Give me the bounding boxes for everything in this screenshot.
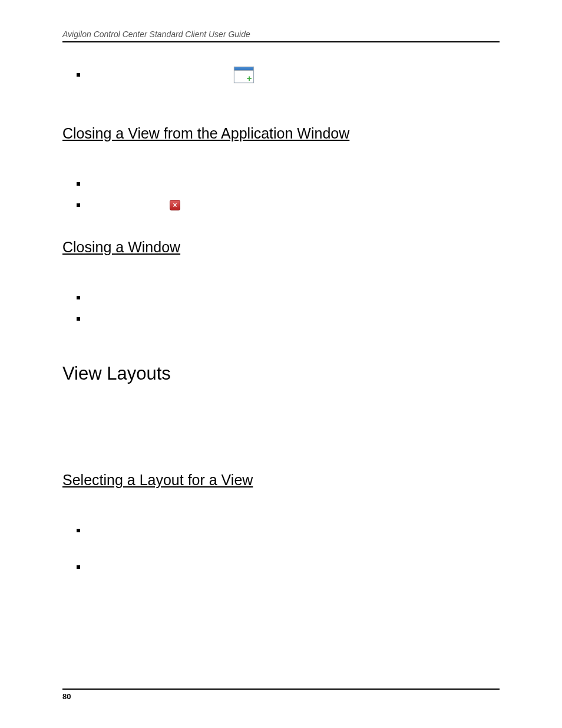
bullet-icon [77,317,80,321]
close-icon: × [170,200,180,210]
page-number: 80 [62,692,71,701]
heading-closing-window: Closing a Window [62,239,500,256]
new-window-icon: + [234,67,254,83]
bullet-icon [77,529,80,532]
bullet-icon [77,182,80,186]
heading-selecting-layout: Selecting a Layout for a View [62,472,500,489]
running-header: Avigilon Control Center Standard Client … [62,29,500,42]
bullet-icon [77,203,80,207]
list-item [77,310,500,328]
heading-closing-view: Closing a View from the Application Wind… [62,125,500,142]
list-item: spacer text here a × [77,196,500,214]
list-item [77,522,500,539]
list-item: spacer text here for the bullet row + [77,66,500,84]
list-item [77,558,500,576]
bullet-icon [77,296,80,299]
bullet-icon [77,565,80,569]
list-item [77,175,500,193]
bullet-icon [77,73,80,77]
heading-view-layouts: View Layouts [62,363,500,384]
page-footer: 80 [62,689,500,701]
list-item [77,289,500,307]
